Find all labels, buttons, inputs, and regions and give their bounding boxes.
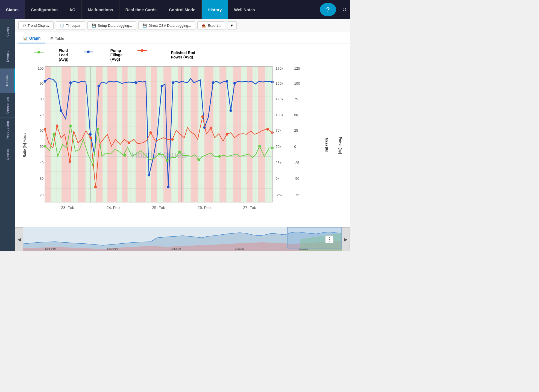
svg-point-117 — [69, 125, 72, 127]
svg-text:40: 40 — [40, 161, 43, 165]
y-axis-mass: Mass [lb] — [320, 64, 333, 227]
svg-text:50: 50 — [294, 113, 298, 117]
clock-icon: 🕐 — [60, 23, 64, 28]
sidebar-item-production[interactable]: Production — [0, 117, 15, 142]
nav-control-mode[interactable]: Control Mode — [163, 0, 202, 19]
direct-csv-button[interactable]: 💾 Direct CSV Data Logging... — [138, 21, 195, 30]
nav-configuration[interactable]: Configuration — [25, 0, 64, 19]
svg-text:125: 125 — [294, 66, 300, 70]
svg-point-121 — [158, 153, 160, 155]
svg-text:80: 80 — [40, 97, 43, 101]
nav-io[interactable]: I/O — [64, 0, 82, 19]
minimap-left-button[interactable]: ◀ — [15, 227, 23, 251]
svg-point-110 — [212, 81, 214, 84]
minimap-chart[interactable]: 12/14/19 12/29/19 1/13/20 1/28/20 2/12/2… — [23, 227, 342, 251]
top-navigation: Status Configuration I/O Malfunctions Re… — [0, 0, 350, 19]
table-icon: ⊞ — [50, 36, 54, 41]
svg-text:-25: -25 — [294, 161, 299, 165]
svg-text:0k: 0k — [276, 176, 279, 181]
timespan-button[interactable]: 🕐 Timespan — [56, 21, 86, 30]
svg-point-111 — [225, 80, 228, 83]
view-tabs: 📊 Graph ⊞ Table — [15, 32, 350, 43]
csv-icon: 💾 — [142, 23, 147, 28]
refresh-button[interactable]: ↺ — [339, 0, 350, 19]
nav-malfunctions[interactable]: Malfunctions — [82, 0, 119, 19]
svg-text:150k: 150k — [276, 81, 283, 86]
svg-text:25: 25 — [294, 128, 298, 132]
toolbar-more-dropdown[interactable]: ▼ — [227, 21, 237, 30]
svg-text:25k: 25k — [276, 161, 281, 165]
trend-display-button[interactable]: 🏷 Trend Display — [18, 21, 54, 30]
nav-status[interactable]: Status — [0, 0, 25, 19]
export-button[interactable]: 📤 Export... — [197, 21, 225, 30]
svg-point-131 — [89, 136, 92, 139]
y-axis-power: Power [hp] — [333, 64, 347, 227]
svg-point-136 — [201, 115, 204, 118]
svg-point-134 — [149, 131, 152, 134]
svg-point-105 — [148, 174, 150, 176]
svg-text:175k: 175k — [276, 66, 283, 70]
svg-point-100 — [60, 109, 62, 112]
nav-realtime-cards[interactable]: Real-time Cards — [119, 0, 163, 19]
legend-pump-fillage: Pump Fillage (Avg) — [84, 48, 129, 61]
svg-point-135 — [171, 138, 174, 141]
svg-point-107 — [167, 186, 169, 188]
svg-text:50k: 50k — [276, 145, 281, 149]
svg-text:100: 100 — [38, 66, 44, 70]
main-content: 🏷 Trend Display 🕐 Timespan 💾 Setup Data … — [15, 19, 350, 251]
sidebar-item-trends[interactable]: Trends — [0, 68, 15, 93]
svg-text:30: 30 — [40, 176, 43, 181]
svg-text:50: 50 — [40, 145, 43, 149]
svg-rect-45 — [204, 66, 213, 202]
mass-label: Mass [lb] — [325, 138, 329, 152]
svg-text:-75: -75 — [294, 193, 299, 197]
svg-point-3 — [87, 51, 90, 53]
svg-point-106 — [160, 85, 163, 87]
legend-fluid-load: Fluid Load (Avg) — [34, 48, 75, 61]
minimap-menu-button[interactable]: ⋮ — [325, 235, 333, 243]
svg-point-138 — [225, 133, 228, 136]
svg-point-123 — [178, 151, 181, 153]
svg-point-112 — [229, 109, 232, 112]
svg-point-1 — [37, 51, 40, 54]
nav-well-notes[interactable]: Well Notes — [228, 0, 261, 19]
svg-point-102 — [89, 133, 92, 136]
svg-text:1/13/20: 1/13/20 — [171, 247, 181, 250]
svg-text:0: 0 — [294, 145, 296, 149]
svg-text:26. Feb: 26. Feb — [198, 205, 211, 210]
svg-rect-49 — [258, 66, 265, 202]
svg-text:27. Feb: 27. Feb — [243, 205, 256, 210]
svg-text:60: 60 — [40, 128, 43, 132]
nav-history[interactable]: History — [202, 0, 228, 19]
svg-point-108 — [172, 81, 174, 84]
svg-point-129 — [56, 125, 58, 127]
help-button[interactable]: ? — [320, 3, 336, 16]
svg-text:-50: -50 — [294, 176, 299, 181]
svg-rect-46 — [219, 66, 226, 202]
svg-rect-40 — [136, 66, 146, 202]
chart-svg-area: 100 90 80 70 60 50 40 30 20 175k — [31, 64, 320, 227]
sidebar-item-events[interactable]: Events — [0, 44, 15, 68]
svg-text:12/29/19: 12/29/19 — [107, 247, 118, 250]
svg-point-113 — [233, 82, 236, 85]
sidebar-item-operation[interactable]: Operation — [0, 93, 15, 117]
sidebar-item-cycles[interactable]: Cycles — [0, 142, 15, 167]
svg-point-132 — [94, 186, 97, 188]
y-axis-left: Values Ratio [%] — [18, 64, 31, 227]
svg-rect-42 — [163, 66, 171, 202]
svg-point-5 — [141, 49, 143, 52]
chart-legend: Fluid Load (Avg) Pump Fillage (Avg) Poli… — [18, 46, 347, 64]
svg-point-120 — [124, 154, 126, 157]
chart-area: Fluid Load (Avg) Pump Fillage (Avg) Poli… — [15, 43, 350, 227]
svg-point-139 — [266, 128, 269, 131]
svg-point-133 — [128, 142, 130, 144]
tab-table[interactable]: ⊞ Table — [45, 34, 69, 43]
svg-text:25. Feb: 25. Feb — [152, 205, 165, 210]
tab-graph[interactable]: 📊 Graph — [18, 34, 45, 43]
minimap-right-button[interactable]: ▶ — [342, 227, 350, 251]
svg-point-124 — [197, 158, 200, 161]
setup-logging-button[interactable]: 💾 Setup Data Logging... — [87, 21, 136, 30]
sidebar-item-cards[interactable]: Cards — [0, 19, 15, 44]
sidebar: Cards Events Trends Operation Production… — [0, 19, 15, 251]
svg-text:-25k: -25k — [276, 193, 282, 197]
